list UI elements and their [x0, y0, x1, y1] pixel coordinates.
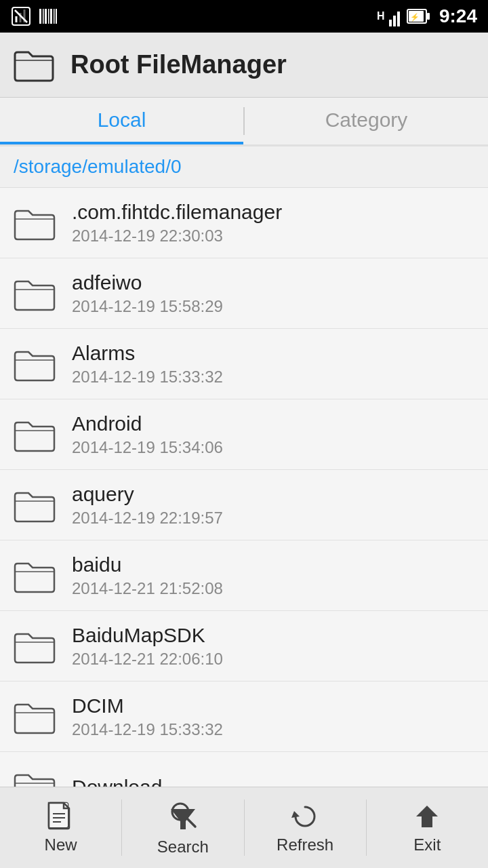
app-header: Root FileManager	[0, 33, 488, 98]
file-name: BaiduMapSDK	[72, 624, 474, 647]
file-name: adfeiwo	[72, 271, 474, 294]
file-info: Android 2014-12-19 15:34:06	[72, 412, 474, 457]
tab-bar: Local Category	[0, 98, 488, 146]
svg-rect-8	[48, 9, 49, 24]
svg-rect-15	[397, 12, 400, 26]
refresh-icon	[290, 802, 320, 831]
file-date: 2014-12-21 21:52:08	[72, 579, 474, 598]
nav-new-label: New	[45, 835, 77, 854]
file-name: baidu	[72, 553, 474, 576]
file-name: Download	[72, 776, 474, 787]
svg-rect-21	[49, 803, 68, 827]
nav-search[interactable]: Search	[122, 787, 243, 868]
svg-rect-17	[427, 13, 430, 20]
app-title: Root FileManager	[70, 50, 287, 79]
file-item-0[interactable]: .com.fihtdc.filemanager 2014-12-19 22:30…	[0, 188, 488, 258]
folder-icon	[14, 766, 56, 787]
file-info: .com.fihtdc.filemanager 2014-12-19 22:30…	[72, 201, 474, 245]
status-left-icons	[11, 6, 58, 26]
tab-local[interactable]: Local	[0, 98, 243, 144]
file-list: .com.fihtdc.filemanager 2014-12-19 22:30…	[0, 188, 488, 787]
svg-text:H: H	[377, 10, 385, 22]
exit-icon	[412, 802, 442, 831]
svg-rect-14	[393, 16, 396, 26]
battery-icon: ⚡	[407, 7, 431, 26]
file-info: Download	[72, 776, 474, 787]
file-date: 2014-12-19 15:33:32	[72, 368, 474, 387]
status-time: 9:24	[439, 5, 477, 27]
file-item-6[interactable]: BaiduMapSDK 2014-12-21 22:06:10	[0, 611, 488, 682]
folder-icon	[14, 414, 56, 456]
svg-rect-13	[389, 20, 392, 26]
file-date: 2014-12-19 22:19:57	[72, 509, 474, 528]
nav-refresh[interactable]: Refresh	[245, 787, 366, 868]
file-item-4[interactable]: aquery 2014-12-19 22:19:57	[0, 470, 488, 540]
file-item-2[interactable]: Alarms 2014-12-19 15:33:32	[0, 329, 488, 399]
nav-exit-label: Exit	[413, 835, 441, 854]
status-bar: H ⚡ 9:24	[0, 0, 488, 33]
file-date: 2014-12-19 22:30:03	[72, 226, 474, 245]
file-info: BaiduMapSDK 2014-12-21 22:06:10	[72, 624, 474, 669]
file-date: 2014-12-19 15:34:06	[72, 438, 474, 457]
folder-icon	[14, 696, 56, 738]
svg-rect-6	[43, 9, 44, 24]
bottom-nav: New Search Refresh Exit	[0, 787, 488, 868]
nav-search-label: Search	[157, 837, 209, 856]
folder-icon	[14, 273, 56, 315]
signal-h-icon: H	[377, 6, 403, 26]
signal-off-icon	[11, 6, 31, 26]
file-item-5[interactable]: baidu 2014-12-21 21:52:08	[0, 540, 488, 611]
svg-rect-5	[39, 9, 41, 24]
file-name: aquery	[72, 483, 474, 506]
file-date: 2014-12-19 15:58:29	[72, 297, 474, 316]
file-info: adfeiwo 2014-12-19 15:58:29	[72, 271, 474, 316]
nav-exit[interactable]: Exit	[367, 787, 488, 868]
folder-icon	[14, 343, 56, 385]
file-date: 2014-12-21 22:06:10	[72, 650, 474, 669]
search-filter-icon	[168, 804, 198, 833]
svg-rect-11	[56, 9, 57, 24]
new-icon	[46, 802, 76, 831]
file-item-3[interactable]: Android 2014-12-19 15:34:06	[0, 399, 488, 470]
file-info: aquery 2014-12-19 22:19:57	[72, 483, 474, 528]
svg-text:⚡: ⚡	[410, 12, 420, 22]
nav-new[interactable]: New	[0, 787, 121, 868]
file-info: DCIM 2014-12-19 15:33:32	[72, 694, 474, 739]
file-info: baidu 2014-12-21 21:52:08	[72, 553, 474, 598]
svg-rect-7	[45, 9, 47, 24]
file-item-1[interactable]: adfeiwo 2014-12-19 15:58:29	[0, 258, 488, 329]
file-name: Alarms	[72, 342, 474, 365]
barcode-icon	[38, 6, 58, 26]
folder-icon	[14, 484, 56, 526]
svg-rect-9	[50, 9, 52, 24]
file-name: Android	[72, 412, 474, 435]
svg-marker-30	[416, 806, 438, 827]
folder-icon	[14, 555, 56, 597]
current-path[interactable]: /storage/emulated/0	[0, 146, 488, 188]
status-right-icons: H ⚡ 9:24	[377, 5, 477, 27]
file-name: .com.fihtdc.filemanager	[72, 201, 474, 224]
tab-category[interactable]: Category	[245, 98, 488, 144]
nav-refresh-label: Refresh	[277, 835, 333, 854]
file-item-8[interactable]: Download	[0, 752, 488, 787]
svg-rect-10	[54, 9, 55, 24]
file-name: DCIM	[72, 694, 474, 717]
folder-icon	[14, 202, 56, 244]
file-date: 2014-12-19 15:33:32	[72, 720, 474, 739]
svg-marker-28	[171, 809, 195, 829]
file-item-7[interactable]: DCIM 2014-12-19 15:33:32	[0, 682, 488, 752]
header-folder-icon	[14, 48, 54, 82]
svg-marker-29	[291, 811, 300, 818]
folder-icon	[14, 625, 56, 667]
file-info: Alarms 2014-12-19 15:33:32	[72, 342, 474, 387]
